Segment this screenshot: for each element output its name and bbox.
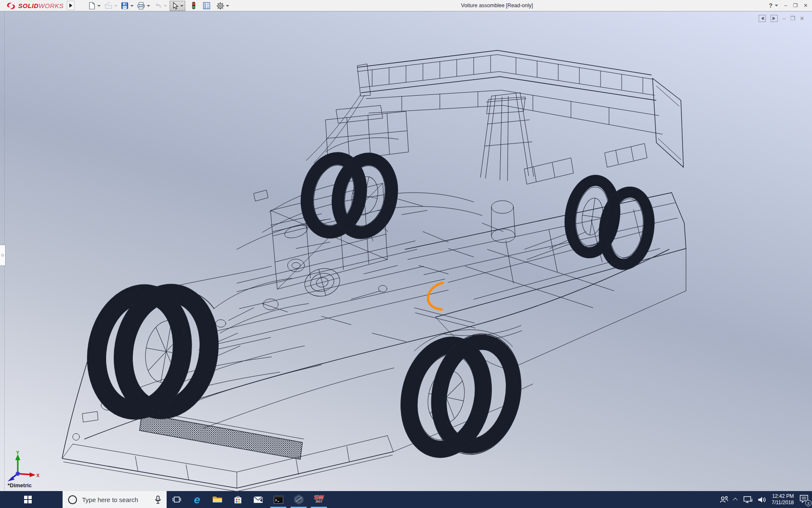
network-icon[interactable]	[743, 496, 752, 503]
undo-button[interactable]	[153, 1, 167, 11]
x-axis-arrow-icon	[30, 472, 36, 477]
gear-icon	[216, 2, 225, 10]
print-icon	[137, 1, 145, 10]
new-document-caret[interactable]	[97, 5, 101, 7]
command-prompt-icon	[274, 496, 283, 504]
microphone-icon[interactable]	[155, 495, 161, 504]
save-floppy-icon	[121, 1, 129, 10]
restore-button[interactable]: ❐	[793, 3, 798, 8]
solidworks-logo: SOLIDWORKS	[6, 1, 64, 11]
select-tool-button[interactable]	[170, 1, 185, 11]
minimize-button[interactable]: –	[784, 3, 787, 8]
brand-text: SOLIDWORKS	[18, 2, 64, 9]
options-caret[interactable]	[226, 5, 229, 7]
taskbar-solidworks-button[interactable]: SW 2017	[309, 491, 329, 508]
help-button[interactable]: ?	[769, 2, 773, 9]
cortana-icon	[68, 495, 77, 504]
start-button[interactable]	[16, 491, 40, 508]
volume-icon[interactable]	[758, 496, 766, 503]
window-title: Voiture assomblee [Read-only]	[461, 3, 533, 8]
open-folder-icon	[104, 1, 113, 10]
taskbar-search-box[interactable]	[63, 491, 167, 508]
toolbar-flyout-button[interactable]	[67, 1, 74, 10]
print-caret[interactable]	[147, 5, 150, 7]
windows-logo-icon	[24, 496, 32, 503]
task-view-icon	[173, 496, 181, 503]
mail-icon	[253, 496, 263, 503]
ds-logo-icon	[6, 2, 16, 10]
quick-toolbar	[87, 1, 232, 11]
brand-solid: SOLID	[18, 2, 38, 9]
tray-clock[interactable]: 12:42 PM 7/11/2018	[772, 493, 794, 506]
cursor-arrow-icon	[171, 2, 179, 10]
window-controls: ? – ❐ ✕	[769, 0, 808, 11]
undo-arrow-icon	[153, 1, 162, 10]
task-view-button[interactable]	[167, 491, 187, 508]
display-pane-button[interactable]	[202, 1, 211, 10]
view-orientation-label: *Dimetric	[8, 482, 32, 489]
close-button[interactable]: ✕	[804, 3, 808, 8]
notification-badge: 2	[805, 500, 812, 506]
view-settings-button[interactable]	[190, 1, 198, 11]
solidworks-icon-year: 2017	[314, 500, 324, 504]
people-icon[interactable]	[719, 496, 729, 503]
y-axis-label: Y	[16, 450, 19, 455]
taskbar-edge-button[interactable]: e	[187, 491, 207, 508]
taskbar-store-button[interactable]	[228, 491, 248, 508]
taskbar-app-icons: e	[167, 491, 329, 508]
selected-edge-highlight[interactable]	[428, 283, 443, 309]
save-caret[interactable]	[130, 5, 134, 7]
edge-icon: e	[194, 494, 200, 505]
open-caret	[114, 5, 118, 7]
print-button[interactable]	[136, 1, 151, 11]
taskbar-hexagon-app-button[interactable]	[288, 491, 309, 508]
new-document-icon	[88, 1, 96, 10]
triad-origin	[16, 472, 20, 476]
store-icon	[233, 495, 242, 504]
flyout-arrow-icon	[69, 3, 72, 8]
action-center-button[interactable]: 2	[799, 494, 809, 505]
traffic-light-icon	[190, 1, 197, 10]
new-document-button[interactable]	[87, 1, 101, 11]
hexagon-app-icon	[294, 494, 304, 505]
open-button[interactable]	[103, 1, 118, 11]
tray-overflow-chevron-icon[interactable]	[732, 498, 737, 502]
file-explorer-icon	[212, 495, 222, 504]
taskbar-command-prompt-button[interactable]	[268, 491, 288, 508]
save-button[interactable]	[120, 1, 134, 11]
select-tool-caret[interactable]	[180, 5, 184, 7]
help-caret[interactable]	[775, 5, 778, 6]
tray-time: 12:42 PM	[772, 493, 794, 500]
taskbar-mail-button[interactable]	[248, 491, 268, 508]
x-axis-label: X	[36, 473, 40, 478]
system-tray: 12:42 PM 7/11/2018 2	[719, 491, 809, 508]
tray-date: 7/11/2018	[772, 500, 794, 506]
wireframe-car-model[interactable]	[0, 11, 812, 491]
graphics-viewport[interactable]: – ❐ ✕	[0, 11, 812, 491]
titlebar: SOLIDWORKS	[0, 0, 812, 11]
windows-taskbar: e	[0, 491, 812, 508]
taskbar-file-explorer-button[interactable]	[207, 491, 228, 508]
solidworks-2017-icon: SW 2017	[314, 495, 324, 504]
undo-caret	[164, 5, 167, 7]
list-pane-icon	[203, 2, 211, 10]
options-button[interactable]	[216, 1, 230, 11]
search-input[interactable]	[82, 496, 145, 503]
brand-works: WORKS	[38, 2, 63, 9]
y-axis-arrow-icon	[15, 454, 20, 460]
orientation-triad: Y X	[3, 450, 40, 485]
